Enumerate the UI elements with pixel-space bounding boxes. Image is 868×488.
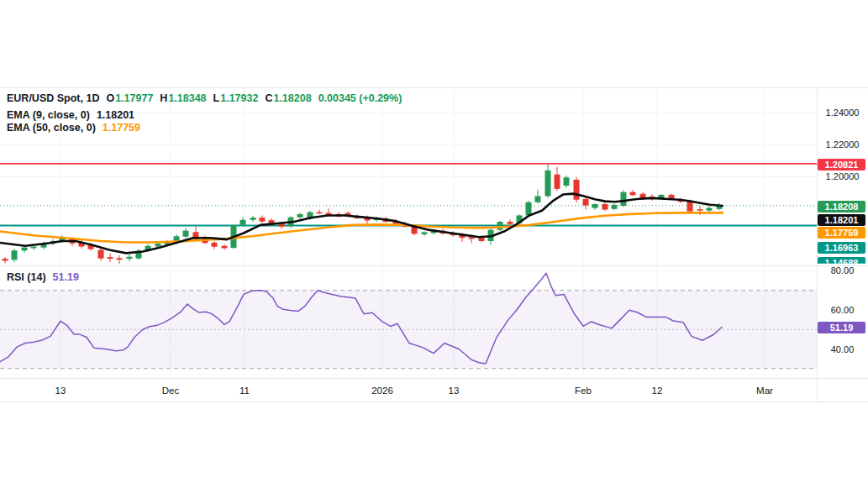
time-axis-label: Feb [575,386,592,396]
candle-body [98,250,104,259]
ema9-line [0,194,723,254]
candle-body [555,175,560,189]
rsi-label: RSI (14) [7,271,46,283]
candle-body [526,202,532,216]
candle-body [222,246,228,249]
candle-body [583,199,589,206]
change-value: 0.00345 (+0.29%) [318,92,402,104]
candle-body [422,233,428,234]
candle-body [707,208,713,211]
rsi-legend[interactable]: RSI (14) 51.19 [7,271,79,283]
candle-body [564,177,570,186]
time-axis-label: 11 [239,386,250,396]
candle-body [479,238,485,241]
candle-body [117,258,123,260]
candle-body [127,257,133,259]
candle-body [260,218,266,222]
price-badge: 1.16963 [818,242,865,254]
price-badge: 1.18201 [818,214,865,226]
candle-body [12,250,18,260]
rsi-axis-label: 60.00 [817,305,868,315]
time-axis-label: 13 [449,386,460,396]
candle-body [697,209,703,211]
candle-body [545,171,551,197]
time-axis-label: 12 [652,386,663,396]
candle-body [31,247,37,249]
close-value: C1.18208 [265,92,311,104]
time-axis-border [0,378,868,379]
candle-body [3,259,8,260]
price-badge: 1.20821 [818,159,865,171]
candle-body [155,244,161,246]
ema50-value: 1.17759 [103,122,140,134]
low-value: L1.17932 [213,92,259,104]
time-axis-label: 13 [55,386,66,396]
candle-body [317,213,323,214]
price-chart-canvas[interactable] [0,0,868,488]
candle-body [212,243,218,247]
symbol-legend[interactable]: EUR/USD Spot, 1D O1.17977 H1.18348 L1.17… [7,92,402,104]
candle-body [240,220,246,225]
chart-top-border [0,87,868,88]
ema9-value: 1.18201 [97,109,134,121]
candle-body [592,204,598,208]
candle-body [497,222,503,230]
price-axis-label: 1.22000 [817,139,868,150]
rsi-value: 51.19 [53,271,79,283]
open-value: O1.17977 [106,92,153,104]
candle-body [22,248,28,251]
candle-body [183,231,189,237]
candle-body [108,257,113,259]
trading-chart: EUR/USD Spot, 1D O1.17977 H1.18348 L1.17… [0,0,868,488]
rsi-axis-label: 80.00 [817,265,868,275]
ema9-legend[interactable]: EMA (9, close, 0) 1.18201 [7,109,134,121]
time-axis-label: 2026 [371,386,393,396]
candle-body [297,214,303,218]
candle-body [508,222,513,224]
pane-separator [0,265,868,266]
price-axis-label: 1.24000 [817,108,868,118]
high-value: H1.18348 [160,92,206,104]
candle-body [602,204,608,210]
candle-body [469,237,475,239]
candle-body [535,196,541,202]
rsi-axis-label: 40.00 [817,344,868,354]
price-badge: 1.18208 [818,201,865,213]
price-badge: 1.17759 [818,227,865,239]
ema50-legend[interactable]: EMA (50, close, 0) 1.17759 [7,122,140,134]
price-axis-label: 1.20000 [817,171,868,181]
candle-body [574,180,580,200]
symbol-title: EUR/USD Spot, 1D [7,92,99,104]
time-axis-label: Mar [756,386,773,396]
chart-bottom-border [0,401,868,402]
ema9-label: EMA (9, close, 0) [7,109,90,121]
rsi-value-badge: 51.19 [818,322,865,333]
candle-body [621,192,627,206]
time-axis-label: Dec [162,386,179,396]
candle-body [250,218,256,220]
ema50-label: EMA (50, close, 0) [7,122,96,134]
candle-body [630,192,636,196]
